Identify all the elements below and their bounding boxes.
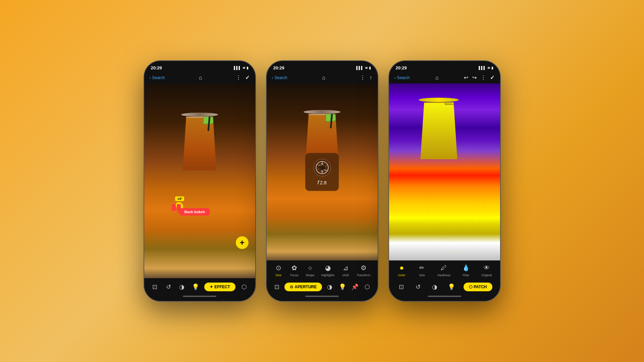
tool-effect-1[interactable]: ✦ EFFECT — [204, 283, 235, 291]
tone-icon-1: ◑ — [177, 282, 186, 292]
tool-aperture-2[interactable]: ⊙ APERTURE — [284, 283, 322, 291]
nav-actions-2: ⋮ ↑ — [360, 74, 372, 81]
tool-crop-2[interactable]: ⊡ — [272, 282, 281, 292]
bokeh-tooltip-1[interactable]: Back bokeh — [179, 208, 210, 216]
back-arrow-2: ‹ — [272, 75, 273, 80]
patch-btn-3[interactable]: ⬡ PATCH — [464, 283, 492, 291]
home-indicator-1 — [183, 296, 216, 297]
aperture-number-2: 2.8 — [320, 180, 326, 185]
tool-mask-1[interactable]: ⬡ — [239, 282, 249, 292]
tool-tone-2[interactable]: ◑ — [325, 282, 334, 292]
undo-icon-3[interactable]: ↩ — [464, 74, 468, 81]
toolbar-2: ⊡ ⊙ APERTURE ◑ 💡 📌 ⬡ — [267, 278, 378, 301]
shape-label-2: Shape — [306, 274, 314, 277]
rotate-icon-1: ↺ — [164, 282, 173, 292]
crop-icon-1: ⊡ — [150, 282, 160, 292]
wifi-icon-3: ≋ — [487, 66, 490, 70]
tool-light-3[interactable]: 💡 — [447, 282, 456, 292]
check-icon-3[interactable]: ✓ — [490, 74, 494, 81]
tool-vivid-2[interactable]: ⊿ Vivid — [341, 263, 350, 277]
status-bar-1: 20:29 ▌▌▌ ≋ ▮ — [144, 61, 255, 73]
home-indicator-3 — [428, 296, 461, 297]
size-icon-2: ⊙ — [274, 263, 283, 273]
home-icon-2[interactable]: ⌂ — [322, 75, 325, 81]
effect-btn-1[interactable]: ✦ EFFECT — [204, 283, 235, 291]
tool-rotate-3[interactable]: ↺ — [413, 282, 423, 292]
aperture-btn-label-2: APERTURE — [294, 285, 317, 289]
focus-label-2: Focus — [290, 274, 299, 277]
add-button-1[interactable]: + — [236, 236, 249, 249]
tool-shape-2[interactable]: ○ Shape — [305, 263, 315, 277]
tool-size-2[interactable]: ⊙ Size — [274, 263, 283, 277]
size-label-2: Size — [275, 274, 281, 277]
original-icon-3: 👁 — [482, 263, 491, 273]
cocktail-photo-1: -15° Back bokeh + — [144, 83, 255, 278]
tool-focus-2[interactable]: ✿ Focus — [289, 263, 299, 277]
tool-light-1[interactable]: 💡 — [191, 282, 200, 292]
more-icon-1[interactable]: ⋮ — [236, 74, 241, 81]
status-time-2: 20:29 — [273, 65, 284, 70]
cocktail-photo-2: f 2.8 — [267, 83, 378, 260]
home-icon-3[interactable]: ⌂ — [435, 75, 439, 81]
patch-tool-icon-3: ⬡ — [469, 285, 472, 289]
aperture-tools-2: ⊙ Size ✿ Focus ○ Shape ◕ Highlights ⊿ Vi… — [267, 260, 378, 278]
tool-highlights-2[interactable]: ◕ Highlights — [321, 263, 334, 277]
highlights-label-2: Highlights — [321, 274, 334, 277]
status-time-1: 20:29 — [151, 65, 162, 70]
thermal-contours-3 — [389, 83, 500, 260]
signal-icon-2: ▌▌▌ — [356, 66, 363, 70]
more-icon-2[interactable]: ⋮ — [360, 74, 365, 81]
focus-icon-2: ✿ — [289, 263, 299, 273]
more-icon-3[interactable]: ⋮ — [481, 74, 486, 81]
back-label-2: Search — [275, 75, 287, 80]
tool-mask-2[interactable]: ⬡ — [363, 282, 372, 292]
nav-actions-1: ⋮ ✓ — [236, 74, 250, 81]
wifi-icon-2: ≋ — [365, 66, 368, 70]
highlights-icon-2: ◕ — [323, 263, 332, 273]
aperture-btn-2[interactable]: ⊙ APERTURE — [284, 283, 322, 291]
transform-icon-2: ⚙ — [359, 263, 368, 273]
pin-icon-2: 📌 — [350, 282, 360, 292]
nav-back-2[interactable]: ‹ Search — [272, 75, 287, 80]
nav-back-3[interactable]: ‹ Search — [394, 75, 410, 80]
slider-bar-left-1 — [172, 204, 176, 211]
effect-star-icon-1: ✦ — [210, 285, 213, 289]
tool-rotate-1[interactable]: ↺ — [164, 282, 173, 292]
tool-patch-3[interactable]: ⬡ PATCH — [464, 283, 492, 291]
tool-original-3[interactable]: 👁 Original — [481, 263, 492, 277]
tool-crop-3[interactable]: ⊡ — [396, 282, 406, 292]
tool-pin-2[interactable]: 📌 — [350, 282, 360, 292]
hardness-label-3: Hardness — [437, 274, 450, 277]
check-icon-1[interactable]: ✓ — [245, 74, 250, 81]
flow-icon-3: 💧 — [461, 263, 471, 273]
photo-area-1: -15° Back bokeh + — [144, 83, 255, 278]
aperture-overlay-2: f 2.8 — [305, 153, 339, 191]
glass-rim-2 — [304, 110, 340, 114]
bokeh-label-1: Back bokeh — [184, 210, 205, 214]
hardness-icon-3: 🖊 — [439, 263, 448, 273]
redo-icon-3[interactable]: ↪ — [472, 74, 477, 81]
tool-flow-3[interactable]: 💧 Flow — [461, 263, 471, 277]
nav-back-1[interactable]: ‹ Search — [150, 75, 165, 80]
transform-label-2: Transform — [357, 274, 370, 277]
toolbar-tools-3: ⊡ ↺ ◑ 💡 ⬡ PATCH — [390, 281, 499, 293]
tool-transform-2[interactable]: ⚙ Transform — [357, 263, 370, 277]
tool-color-3[interactable]: ● Color — [397, 263, 407, 277]
tool-size-3[interactable]: ✏ Size — [417, 263, 427, 277]
share-icon-2[interactable]: ↑ — [369, 75, 372, 81]
mask-icon-1: ⬡ — [239, 282, 249, 292]
tool-hardness-3[interactable]: 🖊 Hardness — [437, 263, 450, 277]
toolbar-tools-1: ⊡ ↺ ◑ 💡 ✦ EFFECT ⬡ — [146, 281, 254, 293]
photo-area-3 — [389, 83, 500, 260]
phone-2: 20:29 ▌▌▌ ≋ ▮ ‹ Search ⌂ ⋮ ↑ — [266, 60, 378, 302]
mask-icon-2: ⬡ — [363, 282, 372, 292]
home-icon-1[interactable]: ⌂ — [199, 75, 202, 81]
vivid-label-2: Vivid — [342, 274, 348, 277]
tool-crop-1[interactable]: ⊡ — [150, 282, 160, 292]
status-icons-3: ▌▌▌ ≋ ▮ — [479, 66, 493, 70]
tool-tone-3[interactable]: ◑ — [430, 282, 439, 292]
tool-light-2[interactable]: 💡 — [338, 282, 347, 292]
status-time-3: 20:29 — [396, 65, 407, 70]
tool-tone-1[interactable]: ◑ — [177, 282, 186, 292]
wifi-icon-1: ≋ — [243, 66, 245, 70]
